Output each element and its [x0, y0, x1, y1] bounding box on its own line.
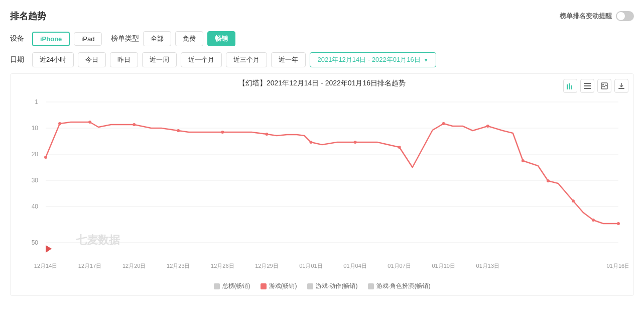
legend-label-action: 游戏-动作(畅销) — [316, 282, 358, 290]
svg-text:12月23日: 12月23日 — [167, 263, 190, 269]
date-3months-btn[interactable]: 近三个月 — [226, 52, 267, 67]
svg-point-38 — [177, 129, 180, 132]
svg-text:40: 40 — [32, 203, 39, 210]
svg-point-42 — [354, 141, 357, 144]
svg-point-49 — [592, 219, 595, 222]
svg-point-41 — [309, 141, 312, 144]
list-icon[interactable] — [580, 79, 594, 93]
svg-point-37 — [133, 123, 136, 126]
date-filter-label: 日期 — [10, 55, 28, 64]
toggle-area: 榜单排名变动提醒 — [560, 11, 634, 21]
svg-rect-8 — [618, 88, 624, 89]
chart-container: 【幻塔】2021年12月14日 - 2022年01月16日排名趋势 七麦数据 1… — [10, 73, 634, 296]
list-bestsell-btn[interactable]: 畅销 — [207, 31, 235, 46]
svg-text:20: 20 — [32, 151, 39, 158]
chevron-down-icon: ▼ — [424, 57, 429, 63]
legend-dot-total — [214, 283, 220, 289]
device-iphone-btn[interactable]: iPhone — [32, 32, 70, 46]
legend-dot-game — [261, 283, 267, 289]
svg-rect-3 — [584, 83, 591, 84]
date-range-value: 2021年12月14日 - 2022年01月16日 — [317, 55, 420, 64]
svg-rect-2 — [571, 85, 572, 89]
svg-text:12月20日: 12月20日 — [122, 263, 146, 269]
svg-text:01月01日: 01月01日 — [299, 263, 323, 269]
toggle-knob — [617, 12, 625, 20]
date-year-btn[interactable]: 近一年 — [271, 52, 306, 67]
svg-text:50: 50 — [32, 239, 39, 246]
list-all-btn[interactable]: 全部 — [143, 31, 171, 46]
svg-text:12月17日: 12月17日 — [78, 263, 102, 269]
legend-dot-rpg — [368, 283, 374, 289]
chart-svg: 1 10 20 30 40 50 12月14日 12月17日 12月20日 12… — [16, 92, 628, 278]
legend-item-action: 游戏-动作(畅销) — [307, 282, 358, 290]
page-title: 排名趋势 — [10, 10, 46, 22]
list-type-filter-label: 榜单类型 — [111, 34, 139, 43]
image-icon[interactable] — [597, 79, 611, 93]
bar-chart-icon[interactable] — [563, 79, 577, 93]
svg-rect-0 — [567, 84, 568, 89]
chart-legend: 总榜(畅销) 游戏(畅销) 游戏-动作(畅销) 游戏-角色扮演(畅销) — [16, 282, 628, 290]
chart-title: 【幻塔】2021年12月14日 - 2022年01月16日排名趋势 — [16, 79, 628, 88]
svg-point-40 — [265, 133, 268, 136]
legend-label-game: 游戏(畅销) — [269, 282, 297, 290]
date-yesterday-btn[interactable]: 昨日 — [110, 52, 138, 67]
svg-text:12月26日: 12月26日 — [211, 263, 234, 269]
date-week-btn[interactable]: 近一周 — [142, 52, 177, 67]
svg-text:12月29日: 12月29日 — [255, 263, 279, 269]
svg-point-7 — [602, 84, 604, 85]
legend-label-rpg: 游戏-角色扮演(畅销) — [376, 282, 431, 290]
date-today-btn[interactable]: 今日 — [78, 52, 106, 67]
legend-item-rpg: 游戏-角色扮演(畅销) — [368, 282, 431, 290]
chart-area: 七麦数据 1 10 20 30 40 50 12月14日 12月17日 12月2… — [16, 92, 628, 278]
legend-dot-action — [307, 283, 313, 289]
device-ipad-btn[interactable]: iPad — [74, 32, 102, 46]
svg-rect-1 — [569, 83, 570, 89]
svg-text:01月10日: 01月10日 — [432, 263, 455, 269]
svg-rect-5 — [584, 88, 591, 89]
device-filter-row: 设备 iPhone iPad 榜单类型 全部 免费 畅销 — [10, 31, 634, 46]
ranking-alert-toggle[interactable] — [616, 11, 634, 21]
toggle-label: 榜单排名变动提醒 — [560, 12, 612, 21]
svg-point-44 — [442, 122, 445, 125]
svg-text:30: 30 — [32, 177, 39, 184]
svg-text:10: 10 — [32, 125, 39, 132]
svg-point-43 — [398, 146, 401, 149]
download-icon[interactable] — [614, 79, 628, 93]
svg-point-35 — [58, 122, 61, 125]
chart-toolbar — [563, 79, 628, 93]
svg-text:01月16日: 01月16日 — [607, 263, 628, 269]
legend-label-total: 总榜(畅销) — [222, 282, 250, 290]
svg-point-47 — [547, 179, 550, 182]
svg-text:01月04日: 01月04日 — [343, 263, 367, 269]
date-filter-row: 日期 近24小时 今日 昨日 近一周 近一个月 近三个月 近一年 2021年12… — [10, 52, 634, 67]
svg-point-46 — [522, 159, 525, 162]
page-header: 排名趋势 榜单排名变动提醒 — [10, 10, 634, 22]
svg-point-36 — [88, 121, 91, 124]
svg-rect-4 — [584, 85, 591, 86]
legend-item-game: 游戏(畅销) — [261, 282, 297, 290]
device-filter-label: 设备 — [10, 34, 28, 43]
date-range-picker[interactable]: 2021年12月14日 - 2022年01月16日 ▼ — [310, 52, 436, 67]
svg-text:01月07日: 01月07日 — [388, 263, 411, 269]
svg-text:1: 1 — [35, 98, 38, 106]
svg-point-39 — [221, 131, 224, 134]
svg-text:01月13日: 01月13日 — [476, 263, 500, 269]
svg-marker-33 — [46, 245, 52, 253]
legend-item-total: 总榜(畅销) — [214, 282, 250, 290]
svg-point-50 — [617, 222, 620, 225]
svg-point-48 — [572, 199, 575, 202]
date-24h-btn[interactable]: 近24小时 — [32, 52, 74, 67]
date-month-btn[interactable]: 近一个月 — [181, 52, 222, 67]
svg-text:12月14日: 12月14日 — [34, 263, 58, 269]
svg-point-34 — [44, 156, 47, 159]
list-free-btn[interactable]: 免费 — [175, 31, 203, 46]
svg-point-45 — [486, 125, 489, 128]
